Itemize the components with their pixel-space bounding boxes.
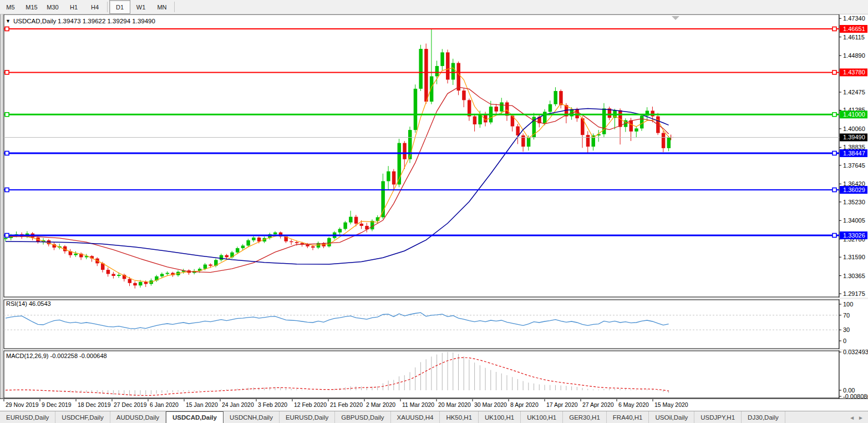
time-axis-label: 11 Mar 2020 <box>402 401 434 408</box>
level-handle[interactable] <box>833 233 836 237</box>
macd-axis-label: 0.032493 <box>843 349 868 355</box>
candle <box>311 246 315 248</box>
candle <box>225 255 229 258</box>
toolbar-separator <box>107 2 108 12</box>
candle <box>440 52 444 66</box>
rsi-axis-label: 70 <box>843 312 850 319</box>
timeframe-button-m5[interactable]: M5 <box>0 0 21 14</box>
candle <box>419 49 423 89</box>
price-axis-label: 1.46115 <box>843 34 865 41</box>
time-axis-label: 6 May 2020 <box>618 401 649 408</box>
timeframe-button-mn[interactable]: MN <box>151 0 172 14</box>
candle <box>290 241 293 242</box>
chart-tab-fra40-h1[interactable]: FRA40,H1 <box>607 411 649 423</box>
timeframe-toolbar: M5M15M30H1H4D1W1MN <box>0 0 868 14</box>
candle <box>586 135 590 147</box>
candle <box>252 238 256 240</box>
candle <box>106 270 110 274</box>
chart-tab-usdjpy-h1[interactable]: USDJPY,H1 <box>694 411 742 423</box>
chart-tab-usdcnh-daily[interactable]: USDCNH,Daily <box>224 411 280 423</box>
candle <box>349 217 353 223</box>
time-axis-label: 12 Feb 2020 <box>294 401 327 408</box>
level-handle[interactable] <box>833 188 836 192</box>
level-handle[interactable] <box>5 233 9 237</box>
chart-tab-gbpusd-daily[interactable]: GBPUSD,Daily <box>335 411 390 423</box>
price-axis-label: 1.30365 <box>843 273 865 279</box>
candle <box>424 49 428 102</box>
overlay-labels: ▼USDCAD,Daily1.39473 1.39622 1.39294 1.3… <box>6 18 155 24</box>
chart-tab-audusd-daily[interactable]: AUDUSD,Daily <box>110 411 166 423</box>
candle <box>414 89 418 130</box>
time-axis-label: 17 Apr 2020 <box>546 401 578 408</box>
candle <box>74 254 78 255</box>
timeframe-button-m30[interactable]: M30 <box>42 0 63 14</box>
timeframe-button-w1[interactable]: W1 <box>130 0 151 14</box>
macd-indicator-label: MACD(12,26,9) -0.002258 -0.000648 <box>6 352 107 359</box>
chart-area: 0.0324930.00-0.008086MACD(12,26,9) -0.00… <box>0 0 868 411</box>
candle <box>236 248 240 253</box>
candle <box>354 217 358 224</box>
timeframe-button-h4[interactable]: H4 <box>84 0 105 14</box>
level-handle[interactable] <box>5 113 9 117</box>
price-axis-label: 1.34005 <box>843 217 865 224</box>
chart-tab-uk100-h1[interactable]: UK100,H1 <box>521 411 563 423</box>
candle <box>662 133 666 148</box>
chart-tab-ger30-h1[interactable]: GER30,H1 <box>563 411 607 423</box>
toolbar-separator <box>174 2 175 12</box>
level-price-badge-text: 1.41000 <box>843 111 865 118</box>
candle <box>559 91 563 105</box>
timeframe-button-d1[interactable]: D1 <box>109 0 130 14</box>
current-price-badge-text: 1.39490 <box>843 134 865 140</box>
candle <box>246 240 250 246</box>
candle <box>554 91 557 104</box>
macd-axis-label: -0.008086 <box>843 393 868 400</box>
level-handle[interactable] <box>5 27 9 31</box>
time-axis-label: 15 Jan 2020 <box>186 401 218 408</box>
candle <box>651 110 654 116</box>
candle <box>338 229 342 232</box>
level-handle[interactable] <box>833 113 836 117</box>
candle <box>462 90 466 100</box>
time-axis-label: 29 Nov 2019 <box>6 401 39 408</box>
chart-tab-usdchf-daily[interactable]: USDCHF,Daily <box>55 411 110 423</box>
chart-tab-eurusd-daily[interactable]: EURUSD,Daily <box>280 411 335 423</box>
candle <box>640 115 644 128</box>
candle <box>500 102 504 111</box>
time-axis-label: 21 Feb 2020 <box>330 401 363 408</box>
time-axis-label: 15 May 2020 <box>654 401 688 408</box>
level-handle[interactable] <box>5 188 9 192</box>
level-handle[interactable] <box>5 151 9 155</box>
chart-tab-usoil-daily[interactable]: USOil,Daily <box>649 411 694 423</box>
candle <box>549 104 552 112</box>
level-handle[interactable] <box>5 70 9 74</box>
level-handle[interactable] <box>833 151 836 155</box>
timeframe-button-m15[interactable]: M15 <box>21 0 42 14</box>
price-axis-label: 1.47340 <box>843 15 865 22</box>
chart-tab-usdcad-daily[interactable]: USDCAD,Daily <box>166 411 224 423</box>
chart-tab-dj30-daily[interactable]: DJ30,Daily <box>742 411 785 423</box>
candle <box>306 245 309 246</box>
price-axis[interactable]: 1.473401.461151.448901.424751.412851.400… <box>839 15 867 297</box>
candle <box>392 172 396 185</box>
price-axis-label: 1.37645 <box>843 162 865 169</box>
candle <box>273 233 277 234</box>
candle <box>630 120 633 132</box>
level-handle[interactable] <box>833 27 836 31</box>
level-handle[interactable] <box>833 70 836 74</box>
level-price-badge-text: 1.36029 <box>843 187 865 193</box>
time-axis-label: 8 Apr 2020 <box>510 401 539 408</box>
candle <box>128 279 132 283</box>
time-axis-label: 24 Jan 2020 <box>222 401 254 408</box>
chart-tab-uk100-h1[interactable]: UK100,H1 <box>479 411 521 423</box>
chart-tab-eurusd-daily[interactable]: EURUSD,Daily <box>0 411 55 423</box>
chart-tab-bar: EURUSD,DailyUSDCHF,DailyAUDUSD,DailyUSDC… <box>0 411 868 423</box>
chart-tab-xauusd-h4[interactable]: XAUUSD,H4 <box>391 411 440 423</box>
candle <box>527 138 531 147</box>
tab-scroll-right-icon[interactable]: ► <box>858 415 864 421</box>
chart-tab-hk50-h1[interactable]: HK50,H1 <box>440 411 479 423</box>
candle <box>111 274 115 276</box>
candle <box>451 63 455 79</box>
tab-scroll-left-icon[interactable]: ◄ <box>849 415 855 421</box>
symbol-dropdown-icon[interactable]: ▼ <box>6 18 11 24</box>
timeframe-button-h1[interactable]: H1 <box>63 0 84 14</box>
